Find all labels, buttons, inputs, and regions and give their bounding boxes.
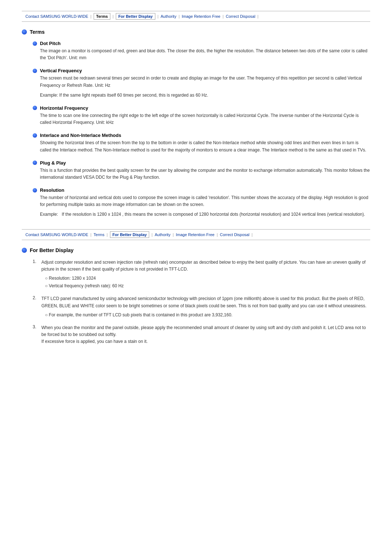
nav-for-better-display[interactable]: For Better Display	[116, 13, 155, 20]
bottom-nav-correct-disposal[interactable]: Correct Disposal	[220, 232, 249, 237]
nav-terms[interactable]: Terms	[94, 13, 110, 20]
fbd-section: For Better Display 1. Adjust computer re…	[22, 247, 370, 345]
hf-icon	[33, 106, 37, 110]
dot-pitch-icon	[33, 41, 37, 46]
term-pp-title-row: Plug & Play	[33, 160, 370, 166]
hf-body: The time to scan one line connecting the…	[40, 112, 370, 126]
fbd-item-1-sublist: Resolution: 1280 x 1024 Vertical frequen…	[45, 275, 370, 289]
interlace-title: Interlace and Non-Interlace Methods	[40, 133, 121, 138]
fbd-item-1-text: Adjust computer resolution and screen in…	[41, 260, 366, 272]
vf-example: Example: If the same light repeats itsel…	[40, 92, 370, 99]
fbd-item-1: 1. Adjust computer resolution and screen…	[33, 259, 370, 291]
vf-body: The screen must be redrawn several times…	[40, 75, 370, 89]
fbd-section-header: For Better Display	[22, 247, 370, 253]
fbd-item-1-number: 1.	[33, 259, 38, 291]
bsep3: |	[151, 232, 152, 237]
pp-body: This is a function that provides the bes…	[40, 167, 370, 181]
bsep1: |	[90, 232, 91, 237]
bottom-nav-bar: Contact SAMSUNG WORLD-WIDE | Terms | For…	[22, 229, 370, 240]
term-interlace: Interlace and Non-Interlace Methods Show…	[33, 133, 370, 153]
terms-icon	[22, 29, 27, 35]
fbd-item-1-sub-2: Vertical frequency (refresh rate): 60 Hz	[45, 283, 370, 289]
sep4: |	[179, 14, 180, 19]
bsep4: |	[173, 232, 174, 237]
top-nav-bar: Contact SAMSUNG WORLD-WIDE | Terms | For…	[22, 11, 370, 22]
terms-section-header: Terms	[22, 29, 370, 35]
res-example-label: Example:	[40, 212, 58, 217]
fbd-item-2-text: TFT LCD panel manufactured by using adva…	[41, 296, 367, 308]
terms-section-title: Terms	[30, 29, 45, 35]
fbd-item-2-number: 2.	[33, 295, 38, 319]
nav-image-retention-free[interactable]: Image Retention Free	[182, 14, 220, 19]
bottom-nav-image-retention-free[interactable]: Image Retention Free	[176, 232, 215, 237]
term-interlace-title-row: Interlace and Non-Interlace Methods	[33, 133, 370, 138]
dot-pitch-title: Dot Pitch	[40, 41, 61, 46]
vf-title: Vertical Frequency	[40, 68, 82, 73]
bottom-nav-contact[interactable]: Contact SAMSUNG WORLD-WIDE	[25, 232, 88, 237]
term-resolution: Resolution The number of horizontal and …	[33, 187, 370, 218]
nav-authority[interactable]: Authority	[161, 14, 176, 19]
sep1: |	[90, 14, 91, 19]
res-icon	[33, 188, 37, 193]
res-title: Resolution	[40, 187, 64, 193]
fbd-item-3-number: 3.	[33, 324, 38, 345]
fbd-item-1-content: Adjust computer resolution and screen in…	[41, 259, 370, 291]
terms-section: Terms Dot Pitch The image on a monitor i…	[22, 29, 370, 218]
bottom-nav-authority[interactable]: Authority	[155, 232, 170, 237]
pp-title: Plug & Play	[40, 160, 66, 166]
bsep6: |	[252, 232, 253, 237]
fbd-item-1-sub-1: Resolution: 1280 x 1024	[45, 275, 370, 282]
fbd-item-3-content: When you clean the monitor and the panel…	[41, 324, 370, 345]
res-example-text: If the resolution is 1280 x 1024 , this …	[62, 212, 365, 217]
fbd-item-2-sub-1: For example, the number of TFT LCD sub p…	[45, 312, 370, 319]
res-example: Example: If the resolution is 1280 x 102…	[40, 211, 370, 218]
term-dot-pitch: Dot Pitch The image on a monitor is comp…	[33, 41, 370, 61]
bsep2: |	[107, 232, 108, 237]
term-vertical-frequency: Vertical Frequency The screen must be re…	[33, 68, 370, 99]
fbd-item-2-sublist: For example, the number of TFT LCD sub p…	[45, 312, 370, 319]
dot-pitch-body: The image on a monitor is composed of re…	[40, 48, 370, 61]
term-res-title-row: Resolution	[33, 187, 370, 193]
term-vf-title-row: Vertical Frequency	[33, 68, 370, 73]
interlace-icon	[33, 133, 37, 138]
pp-icon	[33, 161, 37, 165]
bottom-nav-terms[interactable]: Terms	[94, 232, 105, 237]
sep2: |	[113, 14, 114, 19]
term-plug-play: Plug & Play This is a function that prov…	[33, 160, 370, 181]
sep5: |	[222, 14, 224, 19]
bsep5: |	[217, 232, 218, 237]
bottom-nav-for-better-display[interactable]: For Better Display	[110, 231, 150, 238]
hf-title: Horizontal Frequency	[40, 105, 88, 111]
fbd-item-2: 2. TFT LCD panel manufactured by using a…	[33, 295, 370, 319]
term-horizontal-frequency: Horizontal Frequency The time to scan on…	[33, 105, 370, 126]
fbd-icon	[22, 248, 27, 253]
sep6: |	[257, 14, 258, 19]
fbd-item-3-text: When you clean the monitor and the panel…	[41, 325, 366, 344]
term-dot-pitch-title-row: Dot Pitch	[33, 41, 370, 46]
vf-icon	[33, 69, 37, 73]
term-hf-title-row: Horizontal Frequency	[33, 105, 370, 111]
res-body: The number of horizontal and vertical do…	[40, 194, 370, 208]
fbd-list: 1. Adjust computer resolution and screen…	[33, 259, 370, 345]
sep3: |	[158, 14, 159, 19]
fbd-section-title: For Better Display	[30, 247, 74, 253]
interlace-body: Showing the horizontal lines of the scre…	[40, 139, 370, 153]
nav-contact[interactable]: Contact SAMSUNG WORLD-WIDE	[25, 14, 88, 19]
fbd-item-2-content: TFT LCD panel manufactured by using adva…	[41, 295, 370, 319]
nav-correct-disposal[interactable]: Correct Disposal	[226, 14, 255, 19]
fbd-item-3: 3. When you clean the monitor and the pa…	[33, 324, 370, 345]
